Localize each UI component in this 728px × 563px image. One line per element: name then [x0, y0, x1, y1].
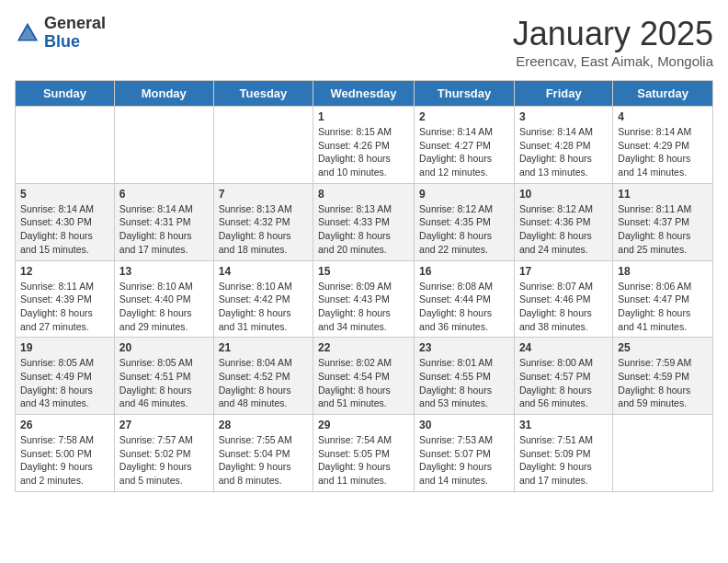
week-row-4: 19Sunrise: 8:05 AMSunset: 4:49 PMDayligh…: [16, 338, 713, 415]
day-cell: 16Sunrise: 8:08 AMSunset: 4:44 PMDayligh…: [415, 260, 515, 338]
day-number: 20: [119, 341, 209, 354]
day-cell: 19Sunrise: 8:05 AMSunset: 4:49 PMDayligh…: [16, 338, 115, 415]
week-row-5: 26Sunrise: 7:58 AMSunset: 5:00 PMDayligh…: [16, 415, 713, 492]
day-number: 13: [119, 265, 209, 278]
day-info: Sunrise: 8:14 AMSunset: 4:28 PMDaylight:…: [519, 125, 608, 179]
day-header-sunday: Sunday: [16, 81, 115, 107]
day-info: Sunrise: 7:55 AMSunset: 5:04 PMDaylight:…: [219, 433, 308, 488]
day-info: Sunrise: 8:06 AMSunset: 4:47 PMDaylight:…: [618, 280, 708, 334]
day-number: 10: [519, 188, 608, 201]
day-cell: 1Sunrise: 8:15 AMSunset: 4:26 PMDaylight…: [313, 107, 415, 184]
day-number: 29: [318, 419, 409, 431]
day-cell: 23Sunrise: 8:01 AMSunset: 4:55 PMDayligh…: [415, 338, 515, 415]
day-cell: 20Sunrise: 8:05 AMSunset: 4:51 PMDayligh…: [114, 338, 213, 415]
logo: General Blue: [15, 15, 106, 52]
day-cell: 10Sunrise: 8:12 AMSunset: 4:36 PMDayligh…: [514, 183, 612, 260]
day-cell: 26Sunrise: 7:58 AMSunset: 5:00 PMDayligh…: [16, 415, 115, 492]
day-info: Sunrise: 8:14 AMSunset: 4:30 PMDaylight:…: [20, 202, 109, 257]
day-info: Sunrise: 8:12 AMSunset: 4:35 PMDaylight:…: [419, 202, 509, 257]
day-info: Sunrise: 7:54 AMSunset: 5:05 PMDaylight:…: [318, 433, 409, 488]
days-of-week-row: SundayMondayTuesdayWednesdayThursdayFrid…: [16, 81, 713, 107]
day-number: 17: [519, 265, 608, 278]
day-cell: [114, 107, 213, 184]
page-header: General Blue January 2025 Ereencav, East…: [15, 15, 713, 69]
logo-text: General Blue: [44, 15, 106, 52]
day-number: 3: [519, 110, 608, 123]
day-header-saturday: Saturday: [613, 81, 713, 107]
location-title: Ereencav, East Aimak, Mongolia: [513, 53, 713, 69]
day-number: 11: [618, 188, 708, 201]
day-cell: 14Sunrise: 8:10 AMSunset: 4:42 PMDayligh…: [213, 260, 313, 338]
day-cell: 28Sunrise: 7:55 AMSunset: 5:04 PMDayligh…: [213, 415, 313, 492]
day-cell: 6Sunrise: 8:14 AMSunset: 4:31 PMDaylight…: [114, 183, 213, 260]
day-number: 31: [519, 419, 608, 431]
day-info: Sunrise: 8:13 AMSunset: 4:33 PMDaylight:…: [318, 202, 409, 257]
day-info: Sunrise: 8:04 AMSunset: 4:52 PMDaylight:…: [219, 356, 308, 410]
day-number: 30: [419, 419, 509, 431]
day-cell: 3Sunrise: 8:14 AMSunset: 4:28 PMDaylight…: [514, 107, 612, 184]
day-number: 1: [318, 110, 409, 123]
day-cell: 7Sunrise: 8:13 AMSunset: 4:32 PMDaylight…: [213, 183, 313, 260]
day-cell: 8Sunrise: 8:13 AMSunset: 4:33 PMDaylight…: [313, 183, 415, 260]
title-section: January 2025 Ereencav, East Aimak, Mongo…: [513, 15, 713, 69]
day-info: Sunrise: 8:02 AMSunset: 4:54 PMDaylight:…: [318, 356, 409, 410]
day-number: 6: [119, 188, 209, 201]
day-info: Sunrise: 7:58 AMSunset: 5:00 PMDaylight:…: [20, 433, 109, 488]
day-cell: 2Sunrise: 8:14 AMSunset: 4:27 PMDaylight…: [415, 107, 515, 184]
day-cell: 29Sunrise: 7:54 AMSunset: 5:05 PMDayligh…: [313, 415, 415, 492]
calendar-header: SundayMondayTuesdayWednesdayThursdayFrid…: [16, 81, 713, 107]
week-row-1: 1Sunrise: 8:15 AMSunset: 4:26 PMDaylight…: [16, 107, 713, 184]
calendar-body: 1Sunrise: 8:15 AMSunset: 4:26 PMDaylight…: [16, 107, 713, 492]
day-info: Sunrise: 8:15 AMSunset: 4:26 PMDaylight:…: [318, 125, 409, 179]
day-number: 8: [318, 188, 409, 201]
week-row-3: 12Sunrise: 8:11 AMSunset: 4:39 PMDayligh…: [16, 260, 713, 338]
day-cell: 21Sunrise: 8:04 AMSunset: 4:52 PMDayligh…: [213, 338, 313, 415]
day-info: Sunrise: 8:12 AMSunset: 4:36 PMDaylight:…: [519, 202, 608, 257]
day-cell: 12Sunrise: 8:11 AMSunset: 4:39 PMDayligh…: [16, 260, 115, 338]
day-number: 21: [219, 341, 308, 354]
day-number: 24: [519, 341, 608, 354]
day-cell: 9Sunrise: 8:12 AMSunset: 4:35 PMDaylight…: [415, 183, 515, 260]
day-info: Sunrise: 7:53 AMSunset: 5:07 PMDaylight:…: [419, 433, 509, 488]
day-cell: 30Sunrise: 7:53 AMSunset: 5:07 PMDayligh…: [415, 415, 515, 492]
day-cell: [16, 107, 115, 184]
calendar-table: SundayMondayTuesdayWednesdayThursdayFrid…: [15, 80, 713, 492]
day-number: 19: [20, 341, 109, 354]
day-number: 15: [318, 265, 409, 278]
day-info: Sunrise: 7:51 AMSunset: 5:09 PMDaylight:…: [519, 433, 608, 488]
day-number: 16: [419, 265, 509, 278]
day-number: 18: [618, 265, 708, 278]
day-info: Sunrise: 8:14 AMSunset: 4:27 PMDaylight:…: [419, 125, 509, 179]
day-info: Sunrise: 8:05 AMSunset: 4:49 PMDaylight:…: [20, 356, 109, 410]
day-cell: [613, 415, 713, 492]
day-cell: 13Sunrise: 8:10 AMSunset: 4:40 PMDayligh…: [114, 260, 213, 338]
day-header-monday: Monday: [114, 81, 213, 107]
day-number: 14: [219, 265, 308, 278]
day-info: Sunrise: 8:10 AMSunset: 4:42 PMDaylight:…: [219, 280, 308, 334]
day-info: Sunrise: 8:00 AMSunset: 4:57 PMDaylight:…: [519, 356, 608, 410]
logo-icon: [15, 20, 40, 46]
day-cell: 18Sunrise: 8:06 AMSunset: 4:47 PMDayligh…: [613, 260, 713, 338]
day-header-wednesday: Wednesday: [313, 81, 415, 107]
day-number: 2: [419, 110, 509, 123]
day-cell: 22Sunrise: 8:02 AMSunset: 4:54 PMDayligh…: [313, 338, 415, 415]
day-info: Sunrise: 8:09 AMSunset: 4:43 PMDaylight:…: [318, 280, 409, 334]
day-info: Sunrise: 7:59 AMSunset: 4:59 PMDaylight:…: [618, 356, 708, 410]
day-info: Sunrise: 8:13 AMSunset: 4:32 PMDaylight:…: [219, 202, 308, 257]
day-number: 4: [618, 110, 708, 123]
day-number: 25: [618, 341, 708, 354]
day-number: 5: [20, 188, 109, 201]
day-number: 27: [119, 419, 209, 431]
month-title: January 2025: [513, 15, 713, 53]
day-info: Sunrise: 8:14 AMSunset: 4:31 PMDaylight:…: [119, 202, 209, 257]
day-info: Sunrise: 8:08 AMSunset: 4:44 PMDaylight:…: [419, 280, 509, 334]
day-info: Sunrise: 8:07 AMSunset: 4:46 PMDaylight:…: [519, 280, 608, 334]
day-header-tuesday: Tuesday: [213, 81, 313, 107]
day-cell: 4Sunrise: 8:14 AMSunset: 4:29 PMDaylight…: [613, 107, 713, 184]
day-header-friday: Friday: [514, 81, 612, 107]
day-number: 12: [20, 265, 109, 278]
day-info: Sunrise: 7:57 AMSunset: 5:02 PMDaylight:…: [119, 433, 209, 488]
day-cell: 17Sunrise: 8:07 AMSunset: 4:46 PMDayligh…: [514, 260, 612, 338]
day-cell: 15Sunrise: 8:09 AMSunset: 4:43 PMDayligh…: [313, 260, 415, 338]
day-info: Sunrise: 8:05 AMSunset: 4:51 PMDaylight:…: [119, 356, 209, 410]
